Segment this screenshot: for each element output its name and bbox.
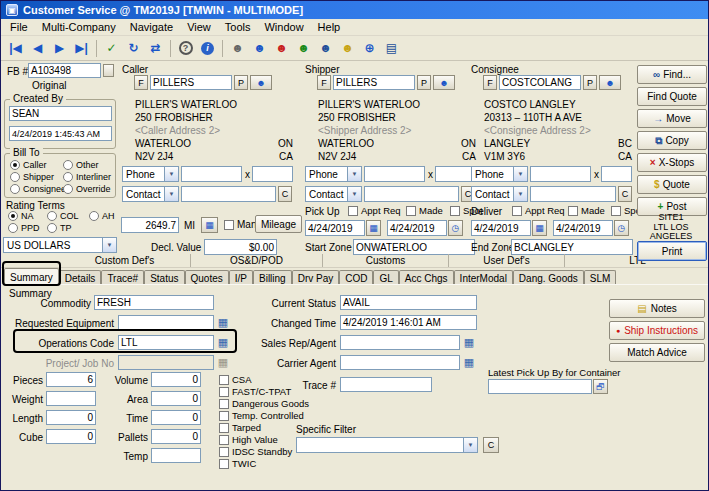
caller-phone-field[interactable]	[181, 166, 242, 182]
deliver-date-field[interactable]: 4/24/2019	[471, 220, 531, 236]
bill-to-interliner-radio[interactable]: Interliner	[63, 172, 111, 182]
rating-ah-radio[interactable]: AH	[89, 211, 115, 221]
nav-first-icon[interactable]: |◀	[5, 38, 26, 58]
titlebar[interactable]: ▣ Customer Service @ TM2019J [TMWIN - MU…	[1, 1, 708, 19]
user-group-red-icon[interactable]: ☻	[271, 38, 292, 58]
caller-phone-type-select[interactable]: Phone ▼	[122, 166, 179, 182]
temp-controlled-checkbox[interactable]: Temp. Controlled	[219, 410, 304, 421]
move-button[interactable]: →Move	[637, 109, 707, 128]
current-status-field[interactable]: AVAIL	[340, 295, 477, 310]
area-field[interactable]: 0	[151, 391, 201, 406]
consignee-ext-field[interactable]	[601, 166, 632, 182]
distance-field[interactable]: 2649.7	[121, 217, 179, 233]
tarped-checkbox[interactable]: Tarped	[219, 422, 261, 433]
mileage-button[interactable]: Mileage	[255, 215, 302, 233]
tab-group-customs[interactable]: Customs	[323, 254, 449, 267]
caller-code-field[interactable]: PILLERS	[150, 75, 232, 90]
decl-value-field[interactable]: $0.00	[204, 239, 277, 255]
copy-button[interactable]: ⧉Copy	[637, 131, 707, 150]
caller-c-button[interactable]: C	[278, 186, 292, 202]
trace-number-field[interactable]	[340, 377, 432, 392]
transfer-icon[interactable]: ⇄	[145, 38, 166, 58]
tab-gl[interactable]: GL	[373, 270, 398, 284]
consignee-profile-button[interactable]: ☻	[599, 75, 621, 90]
tab-billing[interactable]: Billing	[253, 270, 292, 284]
caller-ext-field[interactable]	[252, 166, 293, 182]
find-button[interactable]: ∞Find...	[637, 65, 707, 84]
globe-icon[interactable]: ⊕	[359, 38, 380, 58]
match-advice-button[interactable]: Match Advice	[609, 343, 705, 362]
tab-group-custom-defs[interactable]: Custom Def's	[1, 254, 191, 267]
cube-field[interactable]: 0	[46, 429, 96, 444]
specific-filter-select[interactable]: ▼	[296, 437, 478, 453]
shipper-ext-field[interactable]	[435, 166, 476, 182]
find-quote-button[interactable]: Find Quote	[637, 87, 707, 106]
tab-drv-pay[interactable]: Drv Pay	[292, 270, 340, 284]
x-stops-button[interactable]: ×X-Stops	[637, 153, 707, 172]
dangerous-goods-checkbox[interactable]: Dangerous Goods	[219, 398, 309, 409]
pallets-field[interactable]: 0	[151, 429, 201, 444]
user-group-green-icon[interactable]: ☻	[293, 38, 314, 58]
shipper-code-field[interactable]: PILLERS	[333, 75, 415, 90]
shipper-profile-button[interactable]: ☻	[433, 75, 455, 90]
notes-button[interactable]: ▤Notes	[609, 299, 705, 318]
volume-field[interactable]: 0	[151, 372, 201, 387]
pickup-date-field[interactable]: 4/24/2019	[305, 220, 365, 236]
carrier-agent-lookup-icon[interactable]: ▦	[462, 355, 476, 370]
nav-next-icon[interactable]: ▶	[49, 38, 70, 58]
pickup-time-button[interactable]: ◷	[448, 220, 463, 236]
currency-select[interactable]: US DOLLARS ▼	[3, 237, 117, 253]
requested-equipment-field[interactable]	[118, 315, 214, 330]
tab-trace[interactable]: Trace#	[101, 270, 144, 284]
user-add-icon[interactable]: ☻	[315, 38, 336, 58]
menu-help[interactable]: Help	[311, 19, 348, 35]
deliver-time-button[interactable]: ◷	[614, 220, 629, 236]
caller-profile-button[interactable]: ☻	[250, 75, 272, 90]
shipper-phone-type-select[interactable]: Phone ▼	[305, 166, 362, 182]
requested-equipment-lookup-icon[interactable]: ▦	[216, 315, 230, 330]
deliver-appt-req-checkbox[interactable]: Appt Req	[512, 205, 565, 216]
start-zone-field[interactable]: ONWATERLOO	[353, 239, 475, 255]
quote-button[interactable]: $Quote	[637, 175, 707, 194]
user-icon[interactable]: ☻	[227, 38, 248, 58]
created-by-user-field[interactable]: SEAN	[9, 106, 112, 121]
consignee-contact-type-select[interactable]: Contact ▼	[471, 186, 528, 202]
consignee-code-field[interactable]: COSTCOLANG	[499, 75, 581, 90]
tab-acc-chgs[interactable]: Acc Chgs	[399, 270, 454, 284]
deliver-calendar-button[interactable]: ▦	[532, 220, 547, 236]
tab-quotes[interactable]: Quotes	[185, 270, 229, 284]
tab-intermodal[interactable]: InterModal	[454, 270, 513, 284]
chevron-down-icon[interactable]: ▼	[164, 187, 178, 201]
menu-multi-company[interactable]: Multi-Company	[35, 19, 123, 35]
shipper-phone-field[interactable]	[364, 166, 425, 182]
operations-code-lookup-icon[interactable]: ▦	[216, 335, 230, 350]
menu-navigate[interactable]: Navigate	[123, 19, 180, 35]
tab-group-osd-pod[interactable]: OS&D/POD	[191, 254, 323, 267]
consignee-contact-field[interactable]	[530, 186, 616, 202]
consignee-phone-type-select[interactable]: Phone ▼	[471, 166, 528, 182]
caller-f-button[interactable]: F	[134, 75, 148, 90]
pickup-appt-req-checkbox[interactable]: Appt Req	[348, 205, 401, 216]
end-zone-field[interactable]: BCLANGLEY	[511, 239, 633, 255]
chevron-down-icon[interactable]: ▼	[463, 438, 477, 452]
print-button[interactable]: Print	[637, 241, 707, 261]
tab-details[interactable]: Details	[59, 270, 102, 284]
high-value-checkbox[interactable]: High Value	[219, 434, 278, 445]
shipper-p-button[interactable]: P	[417, 75, 431, 90]
menu-window[interactable]: Window	[257, 19, 310, 35]
user-up-icon[interactable]: ☻	[337, 38, 358, 58]
bill-to-caller-radio[interactable]: Caller	[10, 160, 47, 170]
latest-pickup-window-button[interactable]: 🗗	[593, 379, 608, 394]
shipper-f-button[interactable]: F	[317, 75, 331, 90]
pieces-field[interactable]: 6	[46, 372, 96, 387]
tab-slm[interactable]: SLM	[584, 270, 617, 284]
nav-last-icon[interactable]: ▶|	[71, 38, 92, 58]
info-icon[interactable]: i	[197, 38, 218, 58]
chevron-down-icon[interactable]: ▼	[347, 187, 361, 201]
refresh-icon[interactable]: ↻	[123, 38, 144, 58]
fast-ctpat-checkbox[interactable]: FAST/C-TPAT	[219, 386, 291, 397]
consignee-c-button[interactable]: C	[618, 186, 632, 202]
chevron-down-icon[interactable]: ▼	[102, 238, 116, 252]
consignee-phone-field[interactable]	[530, 166, 591, 182]
menu-tools[interactable]: Tools	[218, 19, 258, 35]
